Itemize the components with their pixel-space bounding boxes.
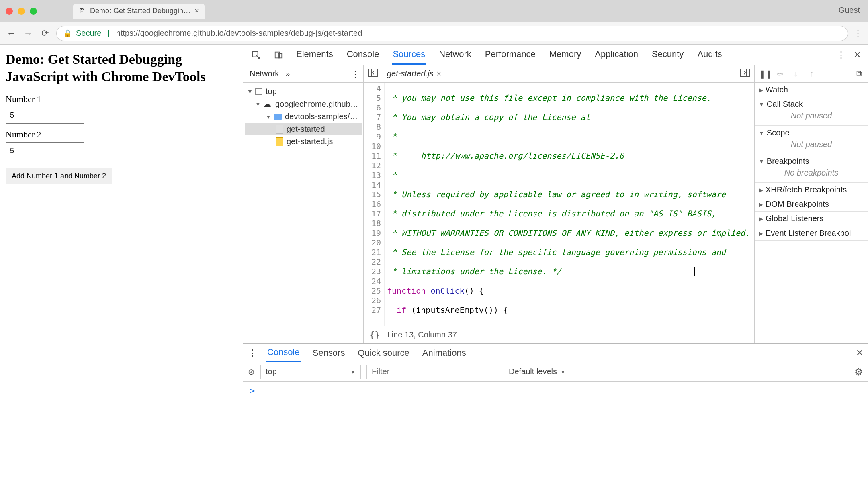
tab-memory[interactable]: Memory — [549, 45, 582, 65]
toggle-navigator-icon[interactable] — [367, 69, 379, 79]
input-number2[interactable] — [6, 142, 84, 159]
svg-rect-2 — [278, 53, 282, 58]
close-window-button[interactable] — [6, 8, 13, 15]
console-prompt[interactable]: > — [243, 382, 868, 400]
navigator-pane-label[interactable]: Network — [247, 67, 281, 80]
tree-file-js-label: get-started.js — [287, 137, 333, 146]
tab-network[interactable]: Network — [438, 45, 472, 65]
inspect-element-icon[interactable] — [250, 50, 262, 60]
sources-navigator: Network » ⋮ ▼ top ▼☁︎ googlechrome.githu… — [243, 65, 364, 343]
step-into-icon[interactable]: ↓ — [791, 69, 800, 78]
line-gutter[interactable]: 4567891011121314151617181920212223242526… — [364, 83, 385, 326]
forward-button[interactable]: → — [23, 28, 34, 39]
section-global[interactable]: ▶Global Listeners — [759, 214, 864, 223]
tree-top[interactable]: ▼ top — [245, 85, 362, 98]
devtools-menu-icon[interactable]: ⋮ — [837, 50, 845, 60]
close-drawer-icon[interactable]: ✕ — [856, 348, 863, 358]
log-levels-label: Default levels — [509, 367, 557, 376]
address-bar[interactable]: 🔒 Secure | https://googlechrome.github.i… — [56, 26, 848, 41]
section-event[interactable]: ▶Event Listener Breakpoi — [759, 229, 864, 238]
cursor-position: Line 13, Column 37 — [387, 330, 457, 339]
pretty-print-icon[interactable]: {} — [369, 330, 380, 340]
back-button[interactable]: ← — [6, 28, 17, 39]
drawer-tab-console[interactable]: Console — [266, 344, 301, 362]
browser-menu-icon[interactable]: ⋮ — [854, 28, 862, 39]
tab-sources[interactable]: Sources — [392, 45, 426, 65]
device-toolbar-icon[interactable] — [273, 50, 284, 60]
cloud-icon: ☁︎ — [263, 99, 272, 109]
tree-domain-label: googlechrome.github… — [275, 100, 358, 109]
drawer-tab-animations[interactable]: Animations — [421, 345, 468, 361]
reload-button[interactable]: ⟳ — [39, 28, 51, 39]
drawer-menu-icon[interactable]: ⋮ — [248, 348, 256, 358]
code-text[interactable]: * you may not use this file except in co… — [385, 83, 754, 326]
js-file-icon — [276, 137, 283, 146]
source-editor: get-started.js × 45678910111213141516171… — [364, 65, 755, 343]
tree-file-html[interactable]: get-started — [245, 123, 362, 135]
devtools-close-icon[interactable]: ✕ — [854, 50, 861, 60]
tab-performance[interactable]: Performance — [484, 45, 536, 65]
label-number2: Number 2 — [6, 129, 237, 140]
close-tab-icon[interactable]: × — [194, 7, 199, 15]
tab-security[interactable]: Security — [651, 45, 684, 65]
editor-tab-label: get-started.js — [387, 69, 434, 78]
close-file-icon[interactable]: × — [437, 69, 442, 78]
step-over-icon[interactable]: ⤼ — [775, 69, 784, 79]
navigator-menu-icon[interactable]: ⋮ — [351, 69, 359, 79]
navigator-more-icon[interactable]: » — [285, 69, 290, 78]
tab-audits[interactable]: Audits — [696, 45, 723, 65]
callstack-status: Not paused — [759, 109, 864, 123]
step-out-icon[interactable]: ↑ — [807, 69, 817, 78]
section-watch[interactable]: ▶Watch — [759, 85, 864, 94]
console-filter-input[interactable] — [366, 365, 503, 379]
frame-icon — [255, 88, 262, 95]
tab-application[interactable]: Application — [594, 45, 639, 65]
deactivate-breakpoints-icon[interactable]: ⧉ — [854, 69, 864, 78]
context-selector[interactable]: top ▼ — [260, 365, 361, 379]
devtools-tab-strip: Elements Console Sources Network Perform… — [295, 45, 723, 65]
context-label: top — [266, 367, 277, 376]
section-xhr[interactable]: ▶XHR/fetch Breakpoints — [759, 185, 864, 194]
browser-tab[interactable]: 🗎 Demo: Get Started Debuggin… × — [73, 4, 205, 19]
minimize-window-button[interactable] — [18, 8, 25, 15]
section-dom[interactable]: ▶DOM Breakpoints — [759, 200, 864, 209]
folder-icon — [274, 114, 282, 120]
drawer-tab-quicksource[interactable]: Quick source — [356, 345, 411, 361]
debugger-sidebar: ❚❚ ⤼ ↓ ↑ ⧉ ▶Watch ▼Call Stack Not paused… — [755, 65, 868, 343]
console-settings-icon[interactable]: ⚙ — [854, 366, 863, 378]
tab-console[interactable]: Console — [346, 45, 380, 65]
prompt-chevron: > — [250, 386, 255, 396]
drawer-tab-sensors[interactable]: Sensors — [311, 345, 347, 361]
scope-status: Not paused — [759, 137, 864, 151]
profile-badge[interactable]: Guest — [839, 6, 860, 15]
secure-label: Secure — [76, 29, 101, 38]
maximize-window-button[interactable] — [30, 8, 37, 15]
add-button[interactable]: Add Number 1 and Number 2 — [6, 168, 112, 184]
tree-file-html-label: get-started — [287, 124, 325, 134]
tree-folder-label: devtools-samples/… — [285, 112, 358, 121]
section-breakpoints[interactable]: ▼Breakpoints — [759, 157, 864, 166]
pause-icon[interactable]: ❚❚ — [759, 69, 768, 79]
tab-elements[interactable]: Elements — [295, 45, 334, 65]
editor-tab[interactable]: get-started.js × — [383, 67, 445, 80]
url-text: https://googlechrome.github.io/devtools-… — [116, 29, 362, 38]
devtools-panel: Elements Console Sources Network Perform… — [243, 45, 868, 500]
tree-file-js[interactable]: get-started.js — [245, 135, 362, 148]
window-controls — [6, 8, 37, 15]
page-content: Demo: Get Started Debugging JavaScript w… — [0, 45, 243, 500]
input-number1[interactable] — [6, 107, 84, 124]
clear-console-icon[interactable]: ⊘ — [248, 367, 255, 377]
tab-title: Demo: Get Started Debuggin… — [90, 7, 190, 15]
page-heading: Demo: Get Started Debugging JavaScript w… — [6, 51, 237, 85]
console-drawer: ⋮ Console Sensors Quick source Animation… — [243, 343, 868, 500]
tree-domain[interactable]: ▼☁︎ googlechrome.github… — [245, 98, 362, 110]
tree-folder[interactable]: ▼ devtools-samples/… — [245, 110, 362, 123]
log-levels-selector[interactable]: Default levels ▼ — [509, 367, 566, 376]
section-callstack[interactable]: ▼Call Stack — [759, 100, 864, 109]
toggle-debugger-icon[interactable] — [739, 69, 751, 79]
toolbar: ← → ⟳ 🔒 Secure | https://googlechrome.gi… — [0, 22, 868, 45]
text-cursor — [694, 267, 695, 276]
section-scope[interactable]: ▼Scope — [759, 128, 864, 137]
breakpoints-status: No breakpoints — [759, 166, 864, 180]
code-view[interactable]: 4567891011121314151617181920212223242526… — [364, 83, 754, 326]
